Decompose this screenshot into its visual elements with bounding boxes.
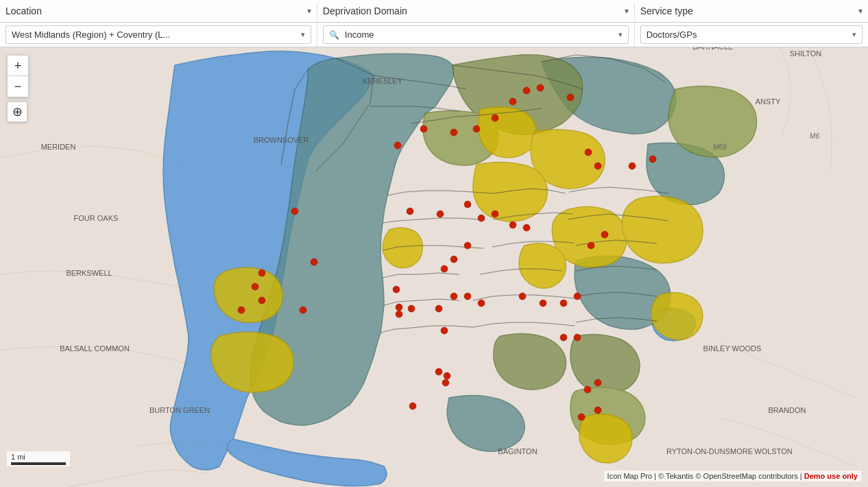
svg-point-51 bbox=[396, 304, 402, 311]
svg-text:WOLSTON: WOLSTON bbox=[754, 447, 792, 455]
scale-text: 1 mi bbox=[11, 453, 25, 461]
svg-point-34 bbox=[437, 211, 444, 217]
svg-text:ANSTY: ANSTY bbox=[756, 97, 781, 106]
svg-point-25 bbox=[509, 98, 516, 105]
svg-point-21 bbox=[420, 126, 427, 132]
svg-point-29 bbox=[585, 149, 592, 156]
svg-point-37 bbox=[492, 211, 498, 217]
svg-point-41 bbox=[450, 256, 457, 263]
svg-point-63 bbox=[560, 334, 567, 341]
location-chevron-icon: ▾ bbox=[307, 6, 311, 16]
svg-point-49 bbox=[300, 307, 306, 313]
svg-point-57 bbox=[519, 293, 526, 300]
deprivation-dropdown[interactable]: 🔍 Income ▾ bbox=[323, 25, 629, 44]
svg-point-23 bbox=[473, 126, 480, 132]
svg-point-60 bbox=[574, 293, 581, 300]
svg-point-31 bbox=[629, 163, 636, 169]
service-chevron-icon: ▾ bbox=[858, 6, 863, 16]
svg-point-48 bbox=[238, 307, 245, 313]
location-label: Location bbox=[5, 5, 42, 16]
magnify-icon: ⊕ bbox=[12, 104, 23, 119]
svg-point-64 bbox=[574, 334, 581, 341]
svg-point-74 bbox=[578, 414, 585, 420]
scale-bar: 1 mi bbox=[7, 451, 70, 466]
zoom-out-button[interactable]: − bbox=[8, 76, 28, 97]
service-value: Doctors/GPs bbox=[647, 29, 849, 40]
controls-panel: Location ▾ Deprivation Domain ▾ Service … bbox=[0, 0, 868, 47]
svg-point-24 bbox=[492, 115, 498, 121]
svg-point-50 bbox=[393, 286, 400, 293]
svg-point-67 bbox=[594, 407, 601, 414]
svg-point-20 bbox=[394, 142, 401, 149]
osm-link[interactable]: OpenStreetMap contributors bbox=[703, 472, 798, 480]
svg-text:M69: M69 bbox=[713, 143, 727, 151]
svg-text:FOUR OAKS: FOUR OAKS bbox=[74, 214, 119, 222]
service-arrow-icon: ▾ bbox=[852, 30, 856, 39]
magnify-button[interactable]: ⊕ bbox=[7, 102, 27, 122]
svg-text:BALSALL COMMON: BALSALL COMMON bbox=[60, 344, 130, 353]
svg-point-33 bbox=[407, 208, 413, 215]
svg-point-32 bbox=[649, 156, 656, 163]
location-arrow-icon: ▾ bbox=[301, 30, 305, 39]
zoom-in-button[interactable]: + bbox=[8, 56, 28, 76]
tekantis-link[interactable]: Tekantis bbox=[666, 472, 693, 480]
svg-point-71 bbox=[409, 403, 416, 409]
svg-point-73 bbox=[444, 372, 450, 379]
service-label: Service type bbox=[640, 5, 693, 16]
svg-point-43 bbox=[291, 208, 298, 215]
zoom-controls: + − bbox=[7, 55, 29, 97]
svg-point-45 bbox=[258, 270, 265, 276]
svg-text:BROWNSOVER: BROWNSOVER bbox=[254, 136, 309, 144]
deprivation-value: Income bbox=[345, 29, 616, 40]
deprivation-chevron-icon: ▾ bbox=[625, 6, 629, 16]
service-dropdown[interactable]: Doctors/GPs ▾ bbox=[640, 25, 863, 44]
svg-point-70 bbox=[396, 311, 402, 318]
svg-text:BINLEY WOODS: BINLEY WOODS bbox=[703, 344, 762, 353]
deprivation-label: Deprivation Domain bbox=[323, 5, 407, 16]
svg-point-46 bbox=[252, 283, 258, 290]
svg-point-68 bbox=[441, 327, 448, 334]
svg-point-61 bbox=[588, 242, 594, 249]
svg-text:BAGINTON: BAGINTON bbox=[498, 447, 537, 455]
svg-text:M6: M6 bbox=[810, 132, 819, 140]
svg-point-55 bbox=[464, 293, 471, 300]
svg-point-58 bbox=[540, 300, 546, 307]
svg-text:MERIDEN: MERIDEN bbox=[41, 143, 76, 151]
svg-point-44 bbox=[311, 259, 317, 265]
attribution-bar: Icon Map Pro | © Tekantis © OpenStreetMa… bbox=[604, 471, 861, 482]
svg-text:BERKSWELL: BERKSWELL bbox=[66, 269, 112, 277]
svg-point-22 bbox=[450, 129, 457, 136]
svg-text:KERESLEY: KERESLEY bbox=[363, 77, 403, 85]
svg-point-40 bbox=[464, 242, 471, 249]
scale-line bbox=[11, 462, 66, 465]
deprivation-search-icon: 🔍 bbox=[329, 30, 339, 40]
location-value: West Midlands (Region) + Coventry (L... bbox=[12, 29, 298, 40]
svg-text:SHILTON: SHILTON bbox=[790, 49, 822, 58]
demo-link: Demo use only bbox=[804, 472, 858, 480]
svg-point-52 bbox=[408, 305, 415, 312]
svg-point-65 bbox=[594, 379, 601, 386]
svg-text:BURTON GREEN: BURTON GREEN bbox=[149, 406, 210, 414]
deprivation-arrow-icon: ▾ bbox=[618, 30, 623, 39]
location-dropdown[interactable]: West Midlands (Region) + Coventry (L... … bbox=[5, 25, 311, 44]
icon-map-pro-link[interactable]: Icon Map Pro bbox=[607, 472, 652, 480]
svg-point-28 bbox=[567, 94, 574, 101]
svg-point-39 bbox=[523, 224, 530, 231]
svg-point-72 bbox=[442, 379, 449, 386]
svg-point-54 bbox=[450, 293, 457, 300]
svg-point-47 bbox=[258, 297, 265, 304]
svg-point-69 bbox=[435, 368, 442, 375]
svg-point-35 bbox=[464, 201, 471, 208]
svg-point-36 bbox=[478, 215, 485, 222]
svg-point-56 bbox=[478, 300, 485, 307]
svg-point-62 bbox=[601, 231, 608, 238]
svg-point-53 bbox=[435, 305, 442, 312]
svg-point-26 bbox=[523, 87, 530, 94]
svg-point-27 bbox=[537, 84, 544, 91]
svg-text:BRANDON: BRANDON bbox=[768, 406, 806, 414]
svg-text:RYTON-ON-DUNSMORE: RYTON-ON-DUNSMORE bbox=[666, 447, 753, 455]
map-container: CORLEY BARNACLE SHILTON ANSTY MERIDEN FO… bbox=[0, 0, 868, 487]
svg-point-59 bbox=[560, 300, 567, 307]
svg-point-38 bbox=[509, 222, 516, 228]
svg-point-66 bbox=[584, 386, 591, 393]
